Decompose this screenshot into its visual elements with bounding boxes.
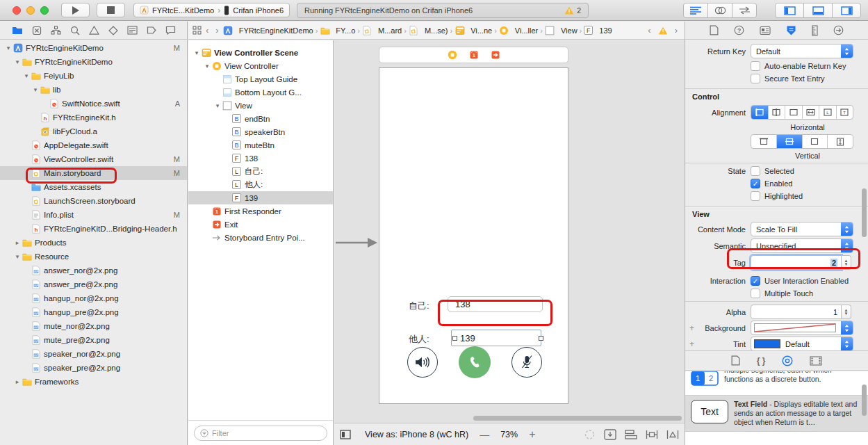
file-row-mute-pre-2x-png[interactable]: mute_pre@2x.png [0, 333, 187, 347]
file-row-fyrtcenginekitd-bridging-header-h[interactable]: hFYRtcEngineKitD...Bridging-Header.h [0, 222, 187, 236]
view-as-label[interactable]: View as: iPhone 8 (wC hR) [365, 430, 468, 439]
navigator-tab-breakpoints[interactable] [147, 26, 156, 35]
valign-bottom-segment[interactable] [803, 135, 828, 148]
resize-handle-left[interactable] [452, 336, 457, 341]
breadcrumb-item[interactable]: Vi...ne [455, 25, 492, 35]
breadcrumb-item[interactable]: F139 [584, 26, 612, 35]
valign-center-segment[interactable] [777, 135, 803, 148]
outline-row-view-controller[interactable]: ▾View Controller [188, 59, 333, 72]
file-row-lib[interactable]: ▾lib [0, 83, 187, 97]
navigator-tab-reports[interactable] [165, 26, 176, 35]
file-row-speaker-pre-2x-png[interactable]: speaker_pre@2x.png [0, 361, 187, 375]
file-row-feiyulib[interactable]: ▾FeiyuLib [0, 69, 187, 83]
breadcrumb-item[interactable]: FY...o [320, 25, 355, 35]
outline-row-view-controller-scene[interactable]: ▾View Controller Scene [188, 46, 333, 59]
file-row-hangup-nor-2x-png[interactable]: hangup_nor@2x.png [0, 291, 187, 305]
library-item-segmented-control[interactable]: 12 multiple segments, each of which func… [685, 371, 868, 395]
related-items-icon[interactable] [193, 26, 202, 35]
issue-warning-icon[interactable] [658, 26, 668, 35]
auto-enable-return-checkbox[interactable] [751, 61, 760, 71]
inspector-scrollbar[interactable] [862, 188, 867, 237]
view-controller-view[interactable]: 自己: 138 他人: 139 [379, 67, 568, 404]
assistant-editor-button[interactable] [707, 3, 732, 18]
disclosure-open-icon[interactable]: ▾ [4, 44, 13, 51]
warning-badge[interactable]: 2 [564, 6, 581, 15]
file-row-assets-xcassets[interactable]: Assets.xcassets [0, 180, 187, 194]
toggle-debug-area-button[interactable] [803, 3, 833, 18]
file-inspector-tab[interactable] [710, 25, 719, 35]
outline-row-speakerbtn[interactable]: BspeakerBtn [188, 125, 333, 138]
quick-help-inspector-tab[interactable]: ? [734, 25, 744, 35]
disclosure-open-icon[interactable]: ▾ [13, 58, 22, 65]
file-row-fyrtcenginekit-h[interactable]: hFYRtcEngineKit.h [0, 111, 187, 124]
other-number-field[interactable]: 139 [451, 330, 541, 346]
navigator-tab-symbols[interactable] [51, 26, 61, 35]
outline-row-exit[interactable]: Exit [188, 218, 333, 231]
first-responder-icon[interactable]: 1 [469, 50, 479, 60]
zoom-level[interactable]: 73% [500, 430, 518, 439]
align-text-segment[interactable]: T [837, 106, 853, 119]
add-background-button[interactable]: + [689, 323, 694, 333]
outline-row-139[interactable]: F139 [188, 191, 333, 204]
update-frames-icon[interactable] [584, 429, 596, 440]
outline-row-bottom-layout-g-[interactable]: Bottom Layout G... [188, 86, 333, 99]
breadcrumb-item[interactable]: M...se) [409, 25, 448, 35]
horizontal-scrollbar[interactable] [473, 416, 682, 421]
size-inspector-tab[interactable] [812, 25, 818, 36]
outline-row-first-responder[interactable]: 1First Responder [188, 204, 333, 218]
disclosure-open-icon[interactable]: ▾ [31, 86, 40, 93]
file-row-mute-nor-2x-png[interactable]: mute_nor@2x.png [0, 319, 187, 333]
pin-icon[interactable] [646, 429, 658, 440]
toggle-navigator-button[interactable] [775, 3, 804, 18]
file-row-answer-pre-2x-png[interactable]: answer_pre@2x.png [0, 277, 187, 291]
valign-top-segment[interactable] [751, 135, 777, 148]
semantic-dropdown[interactable]: Unspecified [751, 238, 853, 253]
speaker-button[interactable] [407, 347, 438, 378]
disclosure-closed-icon[interactable]: ▸ [13, 378, 22, 385]
navigator-tab-source-control[interactable] [32, 26, 42, 35]
object-library-tab[interactable] [782, 355, 793, 366]
embed-in-stack-icon[interactable] [604, 429, 616, 440]
self-number-field[interactable]: 138 [448, 296, 543, 312]
valign-fill-segment[interactable] [828, 135, 853, 148]
version-editor-button[interactable] [732, 3, 757, 18]
return-key-dropdown[interactable]: Default [751, 44, 853, 58]
outline-row-endbtn[interactable]: BendBtn [188, 112, 333, 125]
file-row-resource[interactable]: ▾Resource [0, 250, 187, 264]
navigator-tab-find[interactable] [70, 26, 80, 35]
media-library-tab[interactable] [810, 356, 822, 366]
back-button[interactable]: ‹ [203, 25, 211, 35]
view-controller-icon[interactable] [448, 50, 457, 60]
code-snippet-library-tab[interactable]: { } [757, 356, 766, 366]
disclosure-closed-icon[interactable]: ▸ [13, 239, 22, 246]
align-leading-segment[interactable] [751, 106, 769, 119]
outline-row-mutebtn[interactable]: BmuteBtn [188, 138, 333, 152]
file-row-answer-nor-2x-png[interactable]: answer_nor@2x.png [0, 264, 187, 277]
disclosure-open-icon[interactable]: ▾ [203, 63, 211, 70]
resize-handle-right[interactable] [539, 336, 543, 341]
disclosure-open-icon[interactable]: ▾ [193, 49, 201, 56]
file-template-library-tab[interactable] [731, 355, 740, 366]
alpha-field[interactable]: 1 [751, 305, 842, 319]
tag-field[interactable]: 2 [751, 255, 842, 270]
file-row-appdelegate-swift[interactable]: AppDelegate.swift [0, 138, 187, 152]
outline-row--[interactable]: L自己: [188, 165, 333, 178]
previous-issue-button[interactable]: ‹ [645, 25, 653, 35]
content-mode-dropdown[interactable]: Scale To Fill [751, 222, 853, 236]
file-row-products[interactable]: ▸Products [0, 236, 187, 250]
zoom-window-button[interactable] [40, 6, 49, 15]
stop-button[interactable] [97, 3, 125, 17]
toggle-inspector-button[interactable] [832, 3, 861, 18]
close-window-button[interactable] [13, 6, 21, 15]
standard-editor-button[interactable] [683, 3, 708, 18]
outline-row-138[interactable]: F138 [188, 152, 333, 165]
tag-stepper[interactable]: ▲▼ [842, 255, 851, 270]
disclosure-open-icon[interactable]: ▾ [213, 102, 222, 109]
add-tint-button[interactable]: + [689, 339, 694, 349]
file-row-fyrtcenginekitdemo[interactable]: ▾FYRtcEngineKitDemo [0, 55, 187, 69]
alpha-stepper[interactable]: ▲▼ [842, 305, 851, 319]
breadcrumb-item[interactable]: M...ard [362, 25, 402, 35]
file-row-main-storyboard[interactable]: Main.storyboardM [0, 166, 187, 180]
zoom-in-button[interactable]: + [525, 428, 539, 441]
resolve-auto-layout-issues-icon[interactable] [666, 429, 679, 440]
